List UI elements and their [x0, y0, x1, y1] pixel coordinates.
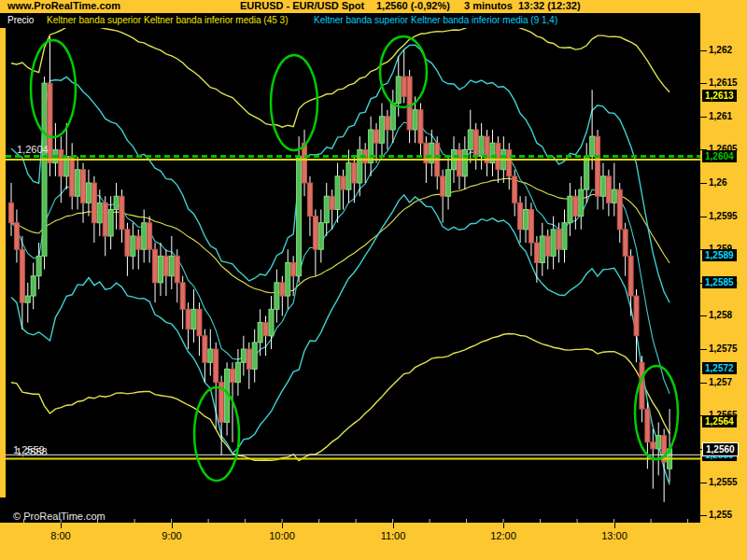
candle-body	[14, 223, 19, 249]
candle-body	[346, 163, 351, 189]
candle-body	[562, 223, 567, 249]
candle-body	[103, 203, 107, 236]
price-tick-label: 1,261	[709, 111, 732, 121]
candle-body	[291, 262, 296, 275]
price-tick-label: 1,2575	[709, 343, 738, 354]
timeframe-label[interactable]: 3 minutos	[464, 0, 513, 11]
highlight-ellipse[interactable]	[271, 55, 317, 150]
candle-body	[241, 349, 246, 362]
candle-body	[335, 176, 340, 210]
price-tick	[700, 349, 707, 350]
candle-body	[369, 130, 374, 163]
time-tick	[503, 523, 504, 528]
brand-text: www.ProRealTime.com	[7, 0, 120, 11]
candle-body	[108, 209, 113, 235]
candle-body	[125, 230, 130, 256]
candle-body	[131, 236, 135, 256]
time-axis[interactable]: 8:009:0010:0011:0012:0013:00	[0, 523, 747, 560]
candle-body	[352, 163, 357, 183]
candle-body	[656, 436, 661, 449]
indicator-value-badge: 1,2564	[702, 415, 737, 427]
candle-body	[402, 77, 406, 96]
candle-body	[385, 117, 389, 130]
indicator-value-badge: 1,2572	[702, 362, 737, 374]
keltner-45-legend[interactable]: Keltner banda superior Keltner banda inf…	[47, 15, 289, 25]
candle-body	[557, 230, 561, 249]
price-tick-label: 1,255	[709, 510, 732, 520]
candle-body	[568, 196, 572, 222]
candle-body	[623, 230, 627, 256]
candle-body	[413, 110, 417, 130]
candle-body	[286, 262, 290, 296]
candle-body	[330, 196, 334, 209]
clock-label: 13:32 (12:32)	[518, 0, 581, 11]
candle-body	[324, 196, 329, 222]
price-tick-label: 1,2615	[709, 77, 738, 88]
candle-body	[59, 149, 63, 175]
candle-body	[573, 196, 578, 216]
candle-body	[307, 183, 312, 217]
candle-body	[462, 149, 467, 175]
price-tick-label: 1,262	[709, 45, 732, 55]
candle-body	[396, 77, 401, 103]
keltner-lower-band	[11, 195, 669, 484]
indicator-value-badge: 1,2613	[702, 90, 737, 102]
candle-body	[651, 442, 655, 449]
candle-body	[634, 296, 639, 336]
candle-body	[208, 349, 213, 362]
time-tick-label: 8:00	[50, 530, 70, 541]
candle-body	[606, 176, 611, 203]
candle-body	[70, 157, 75, 197]
price-tick	[700, 50, 707, 51]
candle-body	[358, 149, 362, 183]
candle-body	[148, 223, 152, 249]
time-tick	[282, 523, 283, 528]
candle-body	[76, 170, 80, 196]
candle-body	[390, 104, 395, 130]
time-tick	[614, 523, 615, 528]
price-axis[interactable]: 1,2621,26151,2611,26051,261,25951,2591,2…	[700, 0, 747, 560]
time-tick	[61, 523, 62, 528]
indicator-legend-bar: Precio Keltner banda superior Keltner ba…	[0, 13, 700, 28]
bottom-left-corner	[0, 497, 6, 523]
candle-body	[418, 110, 423, 144]
candle-body	[269, 309, 274, 335]
candle-body	[25, 296, 30, 302]
candle-body	[407, 77, 412, 130]
candle-body	[191, 309, 196, 329]
price-tick	[700, 217, 707, 217]
candle-body	[120, 196, 124, 230]
candle-body	[473, 130, 478, 156]
candlestick-chart[interactable]: 1,26041,25591,2558© ProRealTime.com	[6, 28, 700, 523]
candle-body	[203, 336, 207, 362]
time-tick	[393, 523, 394, 528]
price-tick	[700, 83, 707, 84]
price-tick-label: 1,257	[709, 377, 732, 387]
candle-body	[303, 143, 307, 183]
price-tick	[700, 515, 707, 516]
candle-body	[529, 209, 533, 243]
price-chart-area[interactable]: 1,26041,25591,2558© ProRealTime.com	[6, 28, 700, 523]
candle-body	[81, 170, 86, 203]
candle-body	[446, 170, 451, 196]
candle-body	[158, 256, 162, 282]
candle-body	[318, 223, 323, 249]
candle-body	[186, 309, 190, 329]
candle-body	[518, 203, 523, 229]
candle-body	[379, 117, 384, 143]
price-tick-label: 1,2555	[709, 477, 738, 487]
candle-body	[136, 236, 141, 249]
candle-body	[441, 176, 445, 196]
time-tick-label: 12:00	[490, 530, 516, 541]
candle-body	[297, 157, 302, 276]
candle-body	[86, 183, 91, 203]
candle-body	[590, 136, 595, 156]
keltner-upper-band	[11, 28, 669, 127]
keltner-9-legend[interactable]: Keltner banda superior Keltner banda inf…	[314, 15, 557, 25]
candle-body	[48, 83, 52, 162]
candle-body	[534, 243, 539, 262]
candle-body	[163, 256, 168, 275]
highlight-ellipse[interactable]	[31, 40, 76, 137]
prorealtime-window: www.ProRealTime.com EURUSD - EUR/USD Spo…	[0, 0, 747, 560]
candle-body	[214, 349, 218, 383]
